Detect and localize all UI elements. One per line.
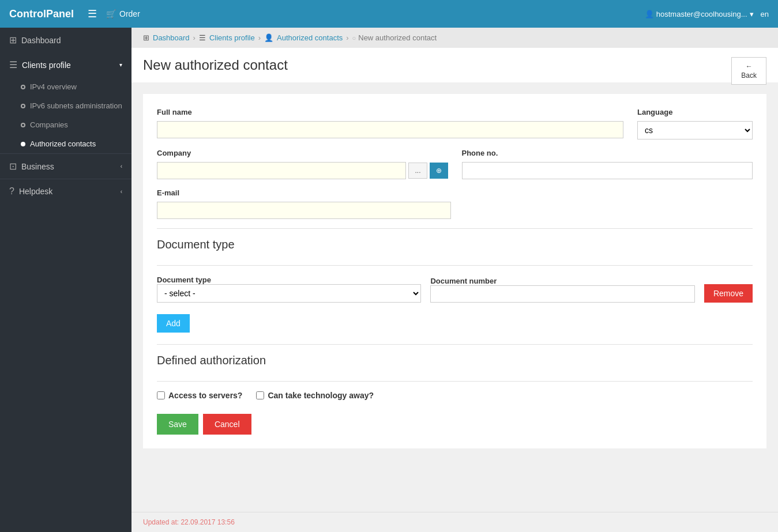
row-company-phone: Company ... ⊕ Phone no. <box>157 149 753 179</box>
order-link[interactable]: 🛒 Order <box>106 9 140 18</box>
sidebar-label-ipv4: IPv4 overview <box>30 82 77 91</box>
add-doc-wrap: Add <box>157 310 753 333</box>
doc-type-select[interactable]: - select - <box>157 284 421 303</box>
breadcrumb: ⊞ Dashboard › ☰ Clients profile › 👤 Auth… <box>131 28 778 48</box>
clients-profile-icon: ☰ <box>9 59 17 70</box>
sidebar-item-ipv6[interactable]: IPv6 subnets administration <box>0 96 131 115</box>
sidebar-item-authorized-contacts[interactable]: Authorized contacts <box>0 134 131 153</box>
company-label: Company <box>157 149 448 157</box>
add-doc-button[interactable]: Add <box>157 314 190 333</box>
breadcrumb-sep-1: › <box>193 33 196 42</box>
fullname-label: Full name <box>157 108 623 116</box>
divider-4 <box>157 381 753 382</box>
group-phone: Phone no. <box>462 149 753 179</box>
business-icon: ⊡ <box>9 161 17 172</box>
save-button[interactable]: Save <box>157 414 198 435</box>
remove-doc-button[interactable]: Remove <box>704 284 753 303</box>
breadcrumb-dashboard[interactable]: Dashboard <box>153 33 190 42</box>
divider-1 <box>157 228 753 229</box>
layout: ⊞ Dashboard ☰ Clients profile ▾ IPv4 ove… <box>0 28 778 532</box>
page-title: New authorized contact <box>143 57 288 73</box>
access-servers-group[interactable]: Access to servers? <box>157 391 242 400</box>
doc-type-label: Document type <box>157 276 211 284</box>
access-servers-checkbox[interactable] <box>157 391 165 399</box>
helpdesk-caret: ‹ <box>121 188 122 195</box>
doc-type-group: Document type - select - <box>157 275 421 303</box>
language-select[interactable]: cs en de sk <box>637 121 753 139</box>
sidebar-label-dashboard: Dashboard <box>21 36 122 45</box>
cart-icon: 🛒 <box>106 9 116 18</box>
bc-dashboard-icon: ⊞ <box>143 33 149 42</box>
group-language: Language cs en de sk <box>637 108 753 139</box>
brand-title: ControlPanel <box>9 8 74 20</box>
clients-profile-caret: ▾ <box>119 62 122 68</box>
footer-updated: Updated at: 22.09.2017 13:56 <box>143 518 235 526</box>
sidebar-label-authorized-contacts: Authorized contacts <box>30 139 96 148</box>
company-input[interactable] <box>157 162 406 179</box>
breadcrumb-clients-profile[interactable]: Clients profile <box>209 33 255 42</box>
divider-3 <box>157 344 753 345</box>
user-caret: ▾ <box>750 10 754 18</box>
bc-contacts-icon: 👤 <box>264 33 273 42</box>
breadcrumb-current-label: New authorized contact <box>358 33 437 42</box>
sidebar-item-companies[interactable]: Companies <box>0 115 131 134</box>
row-fullname-language: Full name Language cs en de sk <box>157 108 753 139</box>
sidebar-item-clients-profile[interactable]: ☰ Clients profile ▾ <box>0 52 131 77</box>
page-header: New authorized contact ← Back <box>131 48 778 82</box>
sidebar-section-helpdesk: ? Helpdesk ‹ <box>0 179 131 203</box>
back-button[interactable]: ← Back <box>731 57 766 85</box>
order-label: Order <box>119 9 140 18</box>
breadcrumb-authorized-contacts[interactable]: Authorized contacts <box>277 33 343 42</box>
sidebar-label-companies: Companies <box>30 120 68 129</box>
authorized-contacts-dot <box>21 142 25 146</box>
doc-number-input[interactable] <box>430 285 694 303</box>
sidebar-label-helpdesk: Helpdesk <box>19 187 116 196</box>
sidebar-item-dashboard[interactable]: ⊞ Dashboard <box>0 28 131 52</box>
lang-selector[interactable]: en <box>761 10 769 18</box>
sidebar-item-helpdesk[interactable]: ? Helpdesk ‹ <box>0 179 131 203</box>
nav-right: 👤 hostmaster@coolhousing... ▾ en <box>645 10 769 18</box>
company-browse-btn[interactable]: ... <box>408 163 427 179</box>
nav-left: ☰ 🛒 Order <box>88 7 645 20</box>
email-input[interactable] <box>157 202 451 219</box>
user-info[interactable]: 👤 hostmaster@coolhousing... ▾ <box>645 10 754 18</box>
email-label: E-mail <box>157 188 451 197</box>
dashboard-icon: ⊞ <box>9 35 17 46</box>
back-label: Back <box>741 71 757 80</box>
group-fullname: Full name <box>157 108 623 139</box>
doc-number-group: Document number <box>430 276 694 303</box>
footer: Updated at: 22.09.2017 13:56 <box>131 512 778 532</box>
group-company: Company ... ⊕ <box>157 149 448 179</box>
language-label: Language <box>637 108 753 116</box>
doc-number-label: Document number <box>430 277 497 285</box>
cancel-button[interactable]: Cancel <box>203 414 251 435</box>
group-email: E-mail <box>157 188 451 219</box>
sidebar-item-business[interactable]: ⊡ Business ‹ <box>0 154 131 179</box>
helpdesk-icon: ? <box>9 186 14 197</box>
take-tech-group[interactable]: Can take technology away? <box>256 391 374 400</box>
take-tech-checkbox[interactable] <box>256 391 264 399</box>
sidebar-section-business: ⊡ Business ‹ <box>0 153 131 179</box>
company-input-row: ... ⊕ <box>157 162 448 179</box>
breadcrumb-sep-3: › <box>346 33 348 42</box>
take-tech-label: Can take technology away? <box>268 391 374 400</box>
user-email: hostmaster@coolhousing... <box>656 10 747 18</box>
form-actions: Save Cancel <box>157 414 753 435</box>
doc-remove-group: Remove <box>704 284 753 303</box>
sidebar-label-clients-profile: Clients profile <box>22 61 115 70</box>
sidebar-item-ipv4[interactable]: IPv4 overview <box>0 77 131 96</box>
ipv6-dot <box>21 104 25 108</box>
breadcrumb-sep-2: › <box>258 33 261 42</box>
business-caret: ‹ <box>121 163 122 169</box>
phone-input[interactable] <box>462 162 753 179</box>
form-card: Full name Language cs en de sk <box>143 94 766 448</box>
auth-row: Access to servers? Can take technology a… <box>157 391 753 400</box>
company-add-btn[interactable]: ⊕ <box>430 163 448 179</box>
sidebar: ⊞ Dashboard ☰ Clients profile ▾ IPv4 ove… <box>0 28 131 532</box>
menu-icon[interactable]: ☰ <box>88 7 97 20</box>
sidebar-label-ipv6: IPv6 subnets administration <box>30 101 122 110</box>
auth-section-title: Defined authorization <box>157 354 753 372</box>
main-content: ⊞ Dashboard › ☰ Clients profile › 👤 Auth… <box>131 28 778 532</box>
fullname-input[interactable] <box>157 121 623 138</box>
sidebar-label-business: Business <box>21 162 116 171</box>
